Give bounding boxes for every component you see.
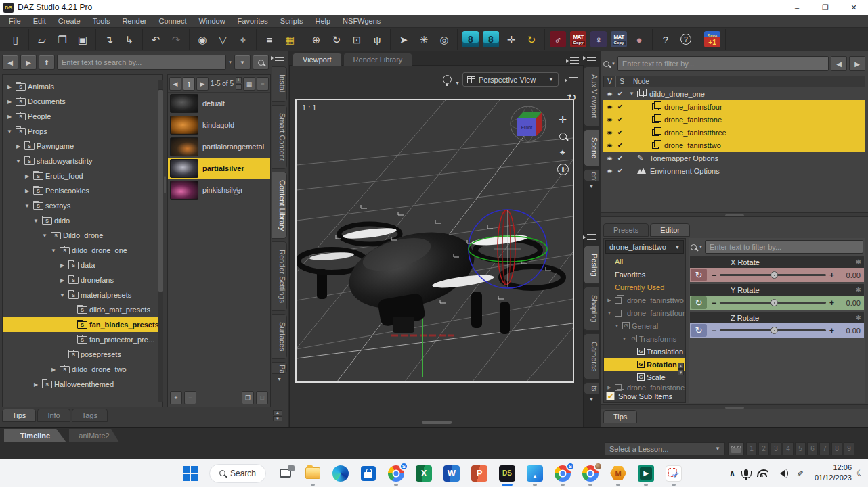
mat-copy-blue-button[interactable]: MATCopy bbox=[609, 30, 628, 49]
taskbar-chrome-s2-icon[interactable]: S bbox=[554, 465, 571, 482]
scene-node-drone-faninstone[interactable]: ◉✔drone_faninstone bbox=[603, 113, 865, 126]
slider-value[interactable]: 0.00 bbox=[838, 327, 861, 335]
dock-tab-render-settings[interactable]: Render Settings bbox=[272, 241, 287, 311]
frame-selection-icon[interactable]: ⌖ bbox=[555, 145, 570, 160]
show-sub-items-checkbox[interactable]: ✔ bbox=[606, 392, 615, 400]
tab-animate2[interactable]: aniMate2 bbox=[69, 429, 119, 442]
pan-camera-icon[interactable]: ✛ bbox=[555, 112, 570, 127]
tree-item-fan-blades-presets[interactable]: Sfan_blades_presets bbox=[3, 317, 162, 332]
grid-view-button[interactable]: ▦ bbox=[243, 77, 255, 91]
param-group-drone-faninsttwo[interactable]: ▶drone_faninsttwo bbox=[604, 294, 685, 306]
visibility-eye-icon[interactable]: ◉ bbox=[605, 91, 614, 96]
wifi-icon[interactable] bbox=[757, 469, 768, 477]
import-button[interactable]: ↴ bbox=[100, 30, 118, 49]
create-light-button[interactable]: ▽ bbox=[213, 30, 232, 49]
visibility-eye-icon[interactable]: ◉ bbox=[605, 130, 614, 135]
tree-item-data[interactable]: ▶Sdata bbox=[3, 258, 162, 273]
lesson-button-9[interactable]: 9 bbox=[844, 442, 854, 455]
group-arrow-icon[interactable]: ▶ bbox=[606, 385, 613, 390]
collapse-arrow-icon[interactable]: ▼ bbox=[23, 203, 31, 209]
remove-content-button[interactable]: − bbox=[184, 391, 196, 404]
scene-node-drone-faninstfour[interactable]: ◉✔drone_faninstfour bbox=[603, 100, 865, 113]
slider-increment-button[interactable]: + bbox=[829, 298, 834, 308]
expand-arrow-icon[interactable]: ▶ bbox=[5, 99, 14, 105]
microphone-icon[interactable] bbox=[744, 469, 748, 476]
selectable-cursor-icon[interactable]: ✔ bbox=[615, 141, 625, 149]
menu-tools[interactable]: Tools bbox=[87, 16, 116, 26]
nav-forward-button[interactable]: ▶ bbox=[20, 55, 37, 70]
save-plus-button[interactable]: Save+1 bbox=[703, 30, 722, 49]
lighting-caret-icon[interactable]: ▼ bbox=[455, 80, 460, 85]
taskbar-task-view-icon[interactable] bbox=[276, 465, 294, 482]
filter-caret-icon[interactable]: ▼ bbox=[611, 62, 615, 66]
taskbar-word-icon[interactable]: W bbox=[443, 465, 460, 482]
param-filter-caret-icon[interactable]: ▼ bbox=[699, 245, 703, 249]
tab-render-library[interactable]: Render Library bbox=[343, 53, 413, 66]
preset-partialorangemetal[interactable]: partialorangemetal bbox=[168, 136, 270, 158]
dock-tab-aux-viewport[interactable]: Aux Viewport bbox=[584, 66, 599, 126]
duplicate-button[interactable]: ❐ bbox=[242, 391, 254, 404]
menu-favorites[interactable]: Favorites bbox=[232, 16, 274, 26]
selectable-cursor-icon[interactable]: ✔ bbox=[615, 116, 625, 123]
menu-create[interactable]: Create bbox=[52, 16, 87, 26]
param-group-general[interactable]: ▼GGeneral bbox=[604, 319, 685, 332]
scene-column-v[interactable]: V bbox=[604, 76, 616, 87]
menu-file[interactable]: File bbox=[3, 16, 27, 26]
scene-forward-button[interactable]: ▶ bbox=[849, 56, 865, 71]
menu-help[interactable]: Help bbox=[309, 16, 337, 26]
tree-item-dildo[interactable]: ▼Sdildo bbox=[3, 213, 162, 228]
do-not-disturb-icon[interactable]: ☾ bbox=[855, 467, 866, 479]
collapse-arrow-icon[interactable]: ▼ bbox=[32, 218, 40, 224]
pager-size-spinner[interactable]: +− bbox=[236, 77, 242, 90]
menu-connect[interactable]: Connect bbox=[153, 16, 193, 26]
dock-tab-pa[interactable]: Pa bbox=[272, 362, 287, 374]
visibility-eye-icon[interactable]: ◉ bbox=[605, 156, 614, 160]
tab-viewport[interactable]: Viewport bbox=[292, 53, 342, 66]
taskbar-snipping-tool-icon[interactable]: ✂ bbox=[665, 465, 682, 482]
pen-icon[interactable]: ✎ bbox=[795, 469, 804, 476]
show-sub-items-row[interactable]: ✔ Show Sub Items bbox=[606, 392, 672, 400]
add-content-button[interactable]: + bbox=[170, 391, 182, 404]
tree-item-people[interactable]: ▶SPeople bbox=[3, 109, 162, 124]
mat-copy-red-button[interactable]: MATCopy bbox=[569, 30, 588, 49]
lesson-dropdown[interactable]: Select a Lesson... ▼ bbox=[605, 442, 725, 455]
resolve-button[interactable]: ⊡ bbox=[256, 391, 268, 404]
filter-icon[interactable] bbox=[603, 61, 609, 67]
param-group-translation[interactable]: GTranslation bbox=[604, 345, 685, 358]
scene-node-dildo-drone-one[interactable]: ◉✔▼dildo_drone_one bbox=[603, 87, 865, 100]
slider-value[interactable]: 0.00 bbox=[838, 271, 861, 279]
render-viewport[interactable]: 1 : 1 bbox=[295, 99, 574, 383]
expand-arrow-icon[interactable]: ▶ bbox=[49, 367, 58, 373]
dock-tab-shaping[interactable]: Shaping bbox=[584, 287, 599, 330]
search-input[interactable] bbox=[57, 55, 226, 70]
tab-presets[interactable]: Presets bbox=[603, 223, 649, 237]
dock-tab-ts[interactable]: ts bbox=[584, 382, 599, 394]
taskbar-video-editor-icon[interactable]: ▶ bbox=[637, 465, 655, 482]
undo-button[interactable]: ↶ bbox=[146, 30, 165, 49]
align-button[interactable]: ≡ bbox=[260, 30, 279, 49]
preset-kindagold[interactable]: kindagold bbox=[168, 114, 270, 136]
tree-item-posepresets[interactable]: Sposepresets bbox=[3, 347, 162, 362]
slider-handle[interactable] bbox=[771, 327, 778, 334]
search-options-button[interactable]: ▼ bbox=[234, 55, 251, 70]
slider-handle[interactable] bbox=[771, 271, 778, 279]
tree-item-props[interactable]: ▼SProps bbox=[3, 124, 162, 139]
param-group-transforms[interactable]: ▼GTransforms bbox=[604, 332, 685, 345]
taskbar-store-icon[interactable] bbox=[360, 465, 377, 482]
node-selection-button[interactable]: ➤ bbox=[394, 30, 413, 49]
slider-gear-icon[interactable]: ✱ bbox=[856, 258, 861, 266]
expand-arrow-icon[interactable]: ▶ bbox=[23, 173, 31, 179]
close-button[interactable]: ✕ bbox=[840, 0, 868, 15]
redo-button[interactable]: ↷ bbox=[167, 30, 186, 49]
create-camera-button[interactable]: ◉ bbox=[193, 30, 212, 49]
menu-render[interactable]: Render bbox=[116, 16, 152, 26]
translate-tool-button[interactable]: ✛ bbox=[502, 30, 521, 49]
taskbar-photos-icon[interactable]: ▲ bbox=[526, 465, 544, 482]
selectable-cursor-icon[interactable]: ✔ bbox=[615, 90, 625, 97]
taskbar-clock[interactable]: 12:06 01/12/2023 bbox=[815, 463, 852, 483]
genesis8-female-button[interactable]: 8 bbox=[461, 30, 480, 49]
viewport-pane-menu-icon[interactable] bbox=[570, 57, 579, 64]
visibility-eye-icon[interactable]: ◉ bbox=[605, 143, 614, 147]
collapse-arrow-icon[interactable]: ▼ bbox=[41, 233, 49, 239]
param-group-favorites[interactable]: Favorites bbox=[604, 268, 685, 281]
